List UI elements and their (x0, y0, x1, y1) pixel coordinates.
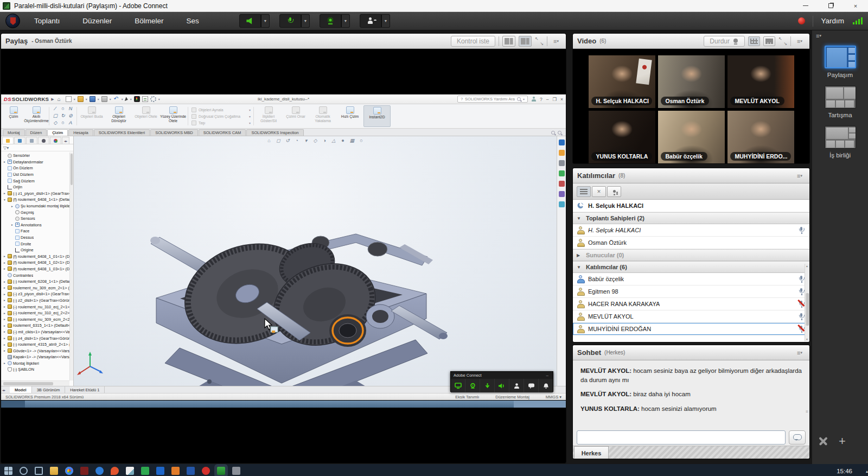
tree-item[interactable]: ▸ (-) z4_disli<1> (GearTrax<Görüntü (1, 335, 69, 341)
login-icon[interactable] (532, 97, 536, 101)
tree-item[interactable]: Üst Düzlem (1, 172, 69, 178)
participant-row[interactable]: MUHYİDİNİ ERDOĞAN (573, 323, 809, 335)
tree-item[interactable]: ▸ Montaj İlişkileri (1, 360, 69, 367)
ribbon-button[interactable]: Akıllı Ölçümlendirme (25, 105, 48, 127)
tree-item[interactable]: ▾ (f) roulement_6408_1<1> (Default< (1, 196, 69, 203)
tree-item[interactable]: Ön Düzlem (1, 165, 69, 172)
featuremanager-tab[interactable] (2, 137, 14, 144)
mic-status-icon[interactable] (797, 226, 806, 234)
app-icon-outlook[interactable] (187, 467, 195, 475)
zoom-area-icon[interactable] (275, 137, 282, 144)
app-icon-opera[interactable] (202, 467, 210, 475)
view-settings-icon[interactable] (358, 137, 365, 144)
request-control-button[interactable]: Kontrol iste (451, 36, 495, 47)
mini-chat-icon[interactable] (524, 379, 539, 392)
speaker-dropdown[interactable]: ▼ (261, 14, 270, 28)
pod-menu-icon[interactable]: ≡▾ (794, 173, 805, 179)
tree-item[interactable]: Origine (1, 247, 69, 253)
status-control[interactable]: ▼ (360, 14, 390, 28)
apply-scene-icon[interactable] (349, 137, 355, 144)
participant-row[interactable]: H. Selçuk HALKACI (573, 224, 809, 237)
fullscreen-icon[interactable] (535, 37, 544, 45)
tree-item[interactable]: Contraintes (1, 272, 69, 278)
taskpane-view-palette-icon[interactable] (559, 170, 565, 176)
maximize-button[interactable] (818, 0, 843, 12)
layout-option[interactable]: İş birliği (825, 126, 856, 158)
cortana-icon[interactable] (20, 467, 28, 475)
filmstrip-view-button[interactable] (763, 36, 775, 46)
tree-item[interactable]: Kapak<1> -> (Varsayılan<<Varsayı (1, 354, 69, 360)
app-icon-gray[interactable] (232, 467, 240, 475)
tree-vertical-scrollbar[interactable] (69, 153, 73, 380)
ribbon-button[interactable]: Hızlı Çizim (336, 105, 363, 127)
tree-item[interactable]: ▸ (-) roulement_4315_atn9_2<1> (De (1, 341, 69, 348)
close-button[interactable]: × (843, 0, 868, 12)
displaymanager-tab[interactable] (50, 137, 61, 144)
ribbon-tab[interactable]: Hesapla (68, 129, 93, 136)
tree-item[interactable]: Face (1, 228, 69, 234)
participant-row[interactable]: Osman Öztürk (573, 237, 809, 249)
section-view-icon[interactable] (293, 137, 300, 144)
menu-item[interactable]: Bölmeler (135, 17, 163, 25)
ellipse-tool-icon[interactable]: ⊘ (67, 113, 74, 120)
tree-item[interactable]: ▸ (f) roulement_6408_1_01<1> (D (1, 253, 69, 260)
tree-item[interactable]: ▸ Şu konumdaki montaj ilişkileri (1, 203, 69, 210)
solidworks-search[interactable]: ? SOLIDWORKS Yardımı Ara ▾ (457, 96, 528, 103)
participant-row[interactable]: Egitmen 98 (573, 285, 809, 298)
attendee-status-view-button[interactable] (607, 186, 621, 197)
mini-webcam-icon[interactable] (465, 379, 480, 392)
menu-item[interactable]: Ses (187, 17, 199, 25)
mini-screen-share-icon[interactable] (451, 379, 465, 392)
tree-item[interactable]: ▸ roulement_nu_309_ecm_2<1> (Def (1, 284, 69, 291)
add-layout-icon[interactable]: + (839, 436, 846, 446)
circle-tool-icon[interactable]: ○ (59, 106, 67, 113)
participant-row[interactable]: HACER RANA KARAKAYA (573, 298, 809, 310)
mini-notification-icon[interactable] (539, 379, 553, 392)
video-tile[interactable]: H. Selçuk HALKACI (589, 55, 655, 108)
tree-tab-more[interactable]: ◂▸ (62, 137, 69, 144)
edit-appearance-icon[interactable] (340, 137, 346, 144)
ribbon-stack-button[interactable]: Doğrusal Çizim Çoğaltma ▾ (192, 114, 252, 119)
sw-restore-icon[interactable]: ❐ (552, 97, 557, 102)
tree-item[interactable]: Sensörler (1, 153, 69, 159)
taskpane-appearances-icon[interactable] (559, 181, 565, 187)
ribbon-button[interactable]: Otomatik Yakalama (309, 105, 336, 127)
app-icon-orange[interactable] (111, 467, 119, 475)
spline-tool-icon[interactable]: N (67, 106, 74, 113)
pod-menu-icon[interactable]: ≡▾ (794, 39, 805, 44)
ribbon-button[interactable]: İlişkileri Göster/Sil (255, 105, 282, 127)
dimxpert-tab[interactable] (38, 137, 49, 144)
ribbon-tab[interactable]: SOLIDWORKS Inspection (246, 129, 303, 136)
select-icon[interactable] (125, 97, 129, 101)
fullscreen-icon[interactable] (778, 37, 787, 45)
mini-bar-titlebar[interactable]: Adobe Connect – (451, 372, 553, 379)
tree-item[interactable]: ▸ (-) z3_piyon_disli<1> (GearTrax<Gö (1, 291, 69, 297)
options-icon[interactable] (150, 96, 156, 102)
text-tool-icon[interactable]: A (67, 120, 74, 127)
3d-model[interactable] (74, 136, 557, 386)
zoom-to-fit-icon[interactable] (266, 137, 272, 144)
video-tile[interactable]: Osman Öztürk (658, 55, 725, 108)
ribbon-tab[interactable]: Montaj (3, 129, 25, 136)
participant-row[interactable]: MEVLÜT AKYOL (573, 310, 809, 323)
app-icon-green[interactable] (141, 467, 149, 475)
ribbon-button[interactable]: Objeleri Buda (78, 105, 105, 127)
ribbon-button[interactable]: Objeleri Dönüştür (105, 105, 132, 127)
video-tile[interactable]: YUNUS KOLTARLA (589, 111, 655, 163)
previous-view-icon[interactable] (284, 137, 291, 144)
home-icon[interactable]: ⌂ (58, 96, 63, 102)
mini-bar-minimize-icon[interactable]: – (546, 373, 550, 378)
participant-row[interactable]: Babür özçelik (573, 273, 809, 285)
taskpane-file-explorer-icon[interactable] (559, 160, 565, 166)
attendee-list-view-button[interactable] (577, 186, 591, 197)
tree-item[interactable]: ▸ (f) roulement_6408_1_03<1> (D (1, 266, 69, 272)
logo-expand-icon[interactable]: ▶ (51, 97, 54, 101)
tree-item[interactable]: Dessus (1, 234, 69, 241)
taskpane-forum-icon[interactable] (559, 201, 565, 207)
tab-scroll-arrows[interactable]: ◂▸ (2, 388, 5, 392)
view-orientation-icon[interactable] (312, 137, 318, 144)
group-arrow-icon[interactable]: ▼ (577, 216, 582, 221)
tree-horizontal-scrollbar[interactable] (1, 380, 69, 386)
tree-item[interactable]: ▸ (-) roulement_nu_310_ecj_2<2> (D (1, 310, 69, 316)
webcam-dropdown[interactable]: ▼ (341, 14, 350, 28)
